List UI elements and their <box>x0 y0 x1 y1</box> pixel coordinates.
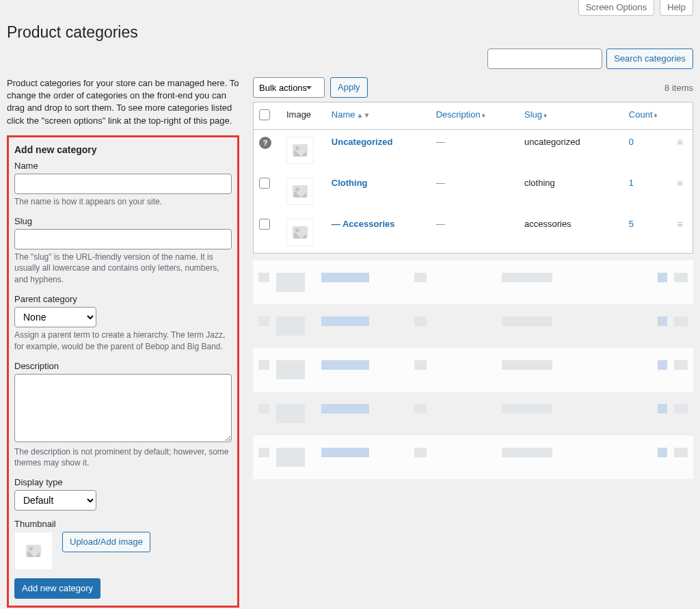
blurred-row <box>253 304 693 348</box>
upload-image-button[interactable]: Upload/Add image <box>62 532 150 552</box>
sort-icon: ♦ <box>482 111 485 119</box>
column-image: Image <box>281 103 326 130</box>
blurred-row <box>253 260 693 304</box>
image-placeholder-icon <box>293 226 308 239</box>
row-checkbox[interactable] <box>259 178 270 189</box>
category-slug: uncategorized <box>519 130 623 171</box>
apply-button[interactable]: Apply <box>330 77 368 98</box>
column-slug-sort[interactable]: Slug♦ <box>524 109 547 120</box>
slug-label: Slug <box>14 216 232 226</box>
category-description: — <box>436 178 445 188</box>
page-title: Product categories <box>7 18 693 44</box>
table-row: ?Uncategorized—uncategorized0≡ <box>254 130 692 171</box>
category-count-link[interactable]: 1 <box>629 178 634 188</box>
thumbnail-placeholder <box>14 532 53 570</box>
add-category-form: Add new category Name The name is how it… <box>7 135 239 608</box>
column-name-sort[interactable]: Name▲▼ <box>332 109 370 120</box>
name-label: Name <box>14 161 232 171</box>
column-description-sort[interactable]: Description♦ <box>436 109 485 120</box>
category-name-link[interactable]: Uncategorized <box>332 137 393 147</box>
thumbnail-label: Thumbnail <box>14 519 232 529</box>
help-icon[interactable]: ? <box>259 137 271 149</box>
category-thumbnail <box>286 137 314 164</box>
row-checkbox[interactable] <box>259 219 270 230</box>
category-name-link[interactable]: — Accessories <box>332 219 395 229</box>
display-type-select[interactable]: Default <box>14 490 96 511</box>
form-heading: Add new category <box>14 144 232 155</box>
slug-help: The "slug" is the URL-friendly version o… <box>14 252 232 286</box>
image-placeholder-icon <box>293 144 308 157</box>
category-name-link[interactable]: Clothing <box>332 178 368 188</box>
items-count: 8 items <box>664 83 693 93</box>
category-count-link[interactable]: 0 <box>629 137 634 147</box>
description-textarea[interactable] <box>14 374 232 442</box>
add-new-category-button[interactable]: Add new category <box>14 578 100 599</box>
search-categories-button[interactable]: Search categories <box>606 49 693 69</box>
bulk-actions-select[interactable]: Bulk actions <box>253 77 325 98</box>
blurred-row <box>253 435 693 479</box>
description-help: The description is not prominent by defa… <box>14 446 232 470</box>
row-actions-icon[interactable]: ≡ <box>677 178 682 189</box>
categories-table: Image Name▲▼ Description♦ Slug♦ Count♦ ?… <box>253 102 693 254</box>
row-actions-icon[interactable]: ≡ <box>677 137 682 148</box>
table-row: Clothing—clothing1≡ <box>254 171 692 212</box>
category-slug: clothing <box>519 171 623 212</box>
sort-icon: ▲▼ <box>357 111 371 119</box>
category-description: — <box>436 219 445 229</box>
parent-category-select[interactable]: None <box>14 307 96 327</box>
category-description: — <box>436 137 445 147</box>
select-all-checkbox[interactable] <box>259 109 270 120</box>
sort-icon: ♦ <box>654 111 658 119</box>
category-count-link[interactable]: 5 <box>629 219 634 229</box>
intro-text: Product categories for your store can be… <box>7 77 239 127</box>
parent-category-help: Assign a parent term to create a hierarc… <box>14 329 232 353</box>
display-type-label: Display type <box>14 477 232 487</box>
blurred-row <box>253 348 693 392</box>
screen-options-button[interactable]: Screen Options <box>578 0 655 16</box>
sort-icon: ♦ <box>543 111 547 119</box>
description-label: Description <box>14 361 232 371</box>
blurred-row <box>253 392 693 435</box>
category-thumbnail <box>286 219 314 246</box>
table-row: — Accessories—accessories5≡ <box>254 212 692 253</box>
search-input[interactable] <box>487 49 602 69</box>
column-count-sort[interactable]: Count♦ <box>629 109 658 120</box>
category-slug: accessories <box>519 212 623 253</box>
image-placeholder-icon <box>26 545 41 557</box>
name-help: The name is how it appears on your site. <box>14 196 232 208</box>
category-thumbnail <box>286 178 314 205</box>
parent-category-label: Parent category <box>14 294 232 304</box>
slug-input[interactable] <box>14 229 232 249</box>
image-placeholder-icon <box>293 185 308 198</box>
name-input[interactable] <box>14 174 232 194</box>
row-actions-icon[interactable]: ≡ <box>677 219 682 230</box>
help-button[interactable]: Help <box>660 0 693 16</box>
